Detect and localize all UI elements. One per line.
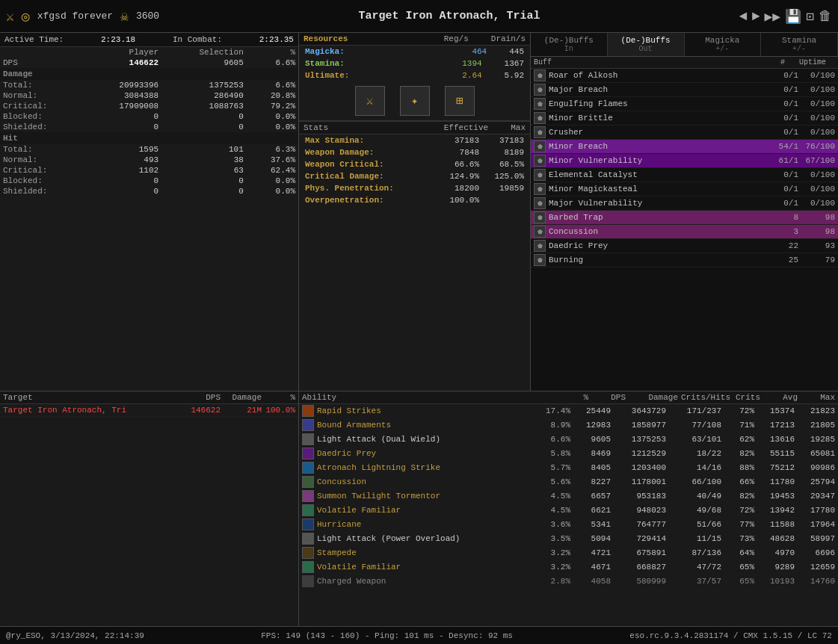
damage-crit-sel: 1088763	[161, 101, 247, 111]
weapon-damage-row: Weapon Damage: 7848 8189	[299, 146, 530, 158]
ability-dmg: 1375253	[614, 435, 666, 444]
buff-count: 25	[776, 256, 798, 264]
buff-col-uptime: Uptime	[785, 58, 826, 66]
list-item: ⬟ Minor Magickasteal 0/1 0/100	[531, 182, 838, 196]
buff-name: Crusher	[549, 128, 773, 137]
ability-avg: 13942	[757, 506, 795, 515]
buff-icon: ⬟	[534, 112, 546, 124]
ability-row: Daedric Prey 5.8% 8469 1212529 18/22 82%…	[299, 447, 838, 461]
ability-crits-hits: 11/15	[669, 534, 721, 543]
ability-max: 12659	[798, 563, 835, 572]
tab-magicka[interactable]: Magicka +/-	[685, 33, 762, 56]
buff-icon: ⬟	[534, 84, 546, 96]
buff-icon: ⬟	[534, 226, 546, 238]
buff-name: Minor Magickasteal	[549, 185, 773, 193]
magicka-row: Magicka: 464 445	[299, 46, 530, 58]
max-col-header: Max	[511, 123, 526, 132]
ability-dmg: 1178001	[614, 477, 666, 486]
ability-crits-hits: 171/237	[669, 406, 721, 415]
target-icon: ◎	[22, 8, 30, 25]
target-pct: 100.0%	[262, 406, 295, 415]
buff-count: 0/1	[776, 199, 798, 208]
ability-dps: 8405	[573, 463, 611, 472]
ability-name: Charged Weapon	[317, 577, 534, 586]
target-col-pct: %	[262, 393, 295, 402]
damage-normal-pct: 20.8%	[247, 90, 298, 101]
ability-name: Light Attack (Dual Wield)	[317, 435, 534, 444]
ability-avg: 17213	[757, 421, 795, 430]
weapon-damage-label: Weapon Damage:	[305, 148, 374, 157]
buff-icon: ⬟	[534, 169, 546, 181]
buff-count: 0/1	[776, 185, 798, 193]
ability-dmg: 675891	[614, 548, 666, 557]
ability-crits: 66%	[724, 477, 754, 486]
save-button[interactable]: 💾	[785, 8, 801, 25]
hit-crit-player: 1102	[85, 165, 162, 176]
phys-pen-row: Phys. Penetration: 18200 19859	[299, 182, 530, 194]
ability-crits-hits: 49/68	[669, 506, 721, 515]
buff-count: 0/1	[776, 99, 798, 108]
hit-normal-player: 493	[85, 155, 162, 165]
buff-col-name: Buff	[534, 58, 759, 66]
ability-col-dps: DPS	[588, 393, 626, 402]
tab-buffs-out[interactable]: (De-)Buffs Out	[608, 33, 685, 56]
target-col-damage: Damage	[221, 393, 262, 402]
ability-dmg: 1212529	[614, 449, 666, 458]
damage-blocked-player: 0	[85, 111, 162, 122]
ability-avg: 11780	[757, 477, 795, 486]
ability-col-crits-hits: Crits/Hits	[678, 393, 730, 402]
ability-dmg: 1858977	[614, 421, 666, 430]
buff-uptime: 79	[801, 256, 835, 264]
hit-normal-pct: 37.6%	[247, 155, 298, 165]
ability-name: Stampede	[317, 548, 534, 557]
tab-buffs-in[interactable]: (De-)Buffs In	[531, 33, 608, 56]
reg-col-header: Reg/s	[444, 34, 469, 43]
ability-name: Hurricane	[317, 520, 534, 529]
ability-max: 17780	[798, 506, 835, 515]
ability-max: 21823	[798, 406, 835, 415]
ability-row: Hurricane 3.6% 5341 764777 51/66 77% 115…	[299, 518, 838, 532]
delete-button[interactable]: 🗑	[819, 8, 832, 24]
ability-pct: 4.5%	[537, 506, 570, 515]
ability-dmg: 764777	[614, 520, 666, 529]
damage-shielded-pct: 0.0%	[247, 122, 298, 132]
ultimate-label: Ultimate:	[305, 71, 349, 80]
stats-panel: Active Time: 2:23.18 In Combat: 2:23.35 …	[0, 33, 299, 391]
ability-name: Rapid Strikes	[317, 406, 534, 415]
ability-icon	[302, 547, 314, 559]
crit-damage-label: Critical Damage:	[305, 172, 384, 181]
ability-crits: 62%	[724, 435, 754, 444]
buff-col-headers: Buff # Uptime	[531, 57, 838, 69]
target-name: Target Iron Atronach, Tri	[3, 406, 179, 415]
buff-uptime: 98	[801, 213, 835, 222]
player-header: Player	[85, 47, 162, 58]
fps-value: 149	[286, 631, 301, 640]
nav-prev-button[interactable]: ◄	[739, 9, 748, 24]
ability-crits: 64%	[724, 548, 754, 557]
ability-icon	[302, 433, 314, 445]
nav-fast-button[interactable]: ▶▶	[764, 8, 780, 25]
ability-pct: 17.4%	[537, 406, 570, 415]
ability-row: Stampede 3.2% 4721 675891 87/136 64% 497…	[299, 546, 838, 560]
nav-next-button[interactable]: ►	[752, 9, 760, 24]
buffs-panel: (De-)Buffs In (De-)Buffs Out Magicka +/-…	[531, 33, 838, 391]
buff-count: 0/1	[776, 114, 798, 123]
export-button[interactable]: ⊡	[806, 8, 814, 25]
ability-row: Charged Weapon 2.8% 4058 580999 37/57 65…	[299, 575, 838, 589]
status-bar: @ry_ESO, 3/13/2024, 22:14:39 FPS: 149 (1…	[0, 626, 838, 644]
tab-stamina[interactable]: Stamina +/-	[761, 33, 838, 56]
ability-row: Volatile Familiar 3.2% 4671 668827 47/72…	[299, 560, 838, 575]
overpen-row: Overpenetration: 100.0%	[299, 194, 530, 206]
active-time-label: Active Time:	[4, 35, 64, 44]
max-stamina-label: Max Stamina:	[305, 136, 364, 145]
resources-panel: Resources Reg/s Drain/s Magicka: 464 445…	[299, 33, 531, 391]
stamina-reg: 1394	[462, 59, 481, 68]
ability-pct: 3.5%	[537, 534, 570, 543]
selection-header: Selection	[161, 47, 247, 58]
buff-count: 0/1	[776, 128, 798, 137]
ability-crits: 71%	[724, 421, 754, 430]
buff-uptime: 76/100	[801, 142, 835, 151]
status-user: @ry_ESO	[6, 631, 40, 640]
hit-crit-sel: 63	[161, 165, 247, 176]
ability-crits-hits: 51/66	[669, 520, 721, 529]
